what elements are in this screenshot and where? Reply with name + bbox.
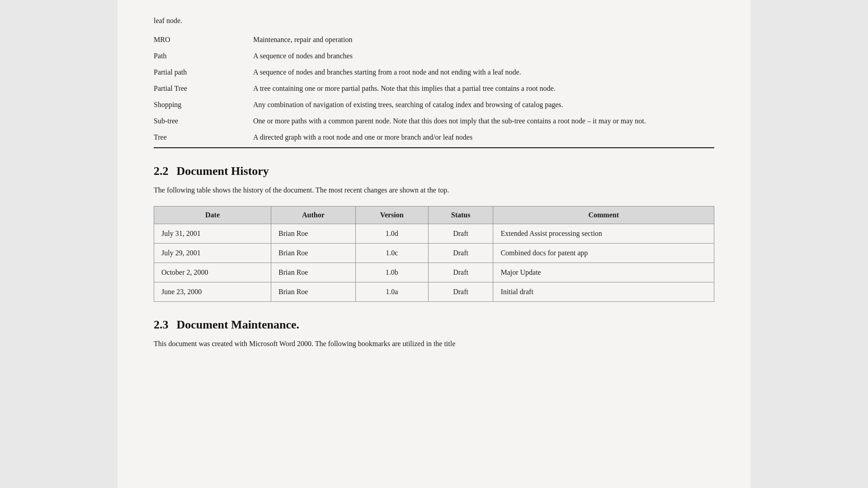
history-author: Brian Roe [271, 224, 356, 243]
section-22-title: Document History [177, 164, 269, 178]
history-date: October 2, 2000 [154, 263, 271, 282]
history-comment: Extended Assist processing section [493, 224, 714, 243]
history-table: DateAuthorVersionStatusComment July 31, … [154, 206, 714, 302]
history-table-row: June 23, 2000Brian Roe1.0aDraftInitial d… [154, 282, 714, 301]
section-23-title: Document Maintenance. [177, 318, 300, 331]
page: leaf node. MROMaintenance, repair and op… [118, 0, 750, 488]
glossary-table: MROMaintenance, repair and operationPath… [154, 32, 714, 148]
history-comment: Initial draft [493, 282, 714, 301]
glossary-definition: Any combination of navigation of existin… [253, 97, 714, 113]
history-version: 1.0c [355, 243, 428, 263]
history-author: Brian Roe [271, 243, 356, 263]
history-author: Brian Roe [271, 263, 356, 282]
history-status: Draft [428, 224, 493, 243]
history-table-column-header: Comment [493, 206, 714, 224]
section-23-body: This document was created with Microsoft… [154, 338, 714, 350]
glossary-row: PathA sequence of nodes and branches [154, 48, 714, 64]
glossary-term: Partial Tree [154, 80, 253, 97]
history-table-row: July 31, 2001Brian Roe1.0dDraftExtended … [154, 224, 714, 243]
history-table-header: DateAuthorVersionStatusComment [154, 206, 714, 224]
history-table-column-header: Date [154, 206, 271, 224]
history-date: June 23, 2000 [154, 282, 271, 301]
history-table-column-header: Author [271, 206, 356, 224]
section-22-heading: 2.2Document History [154, 164, 714, 178]
glossary-row: Sub-treeOne or more paths with a common … [154, 113, 714, 129]
glossary-definition: A sequence of nodes and branches startin… [253, 64, 714, 80]
history-status: Draft [428, 263, 493, 282]
glossary-term: Partial path [154, 64, 253, 80]
history-comment: Major Update [493, 263, 714, 282]
section-23-heading: 2.3Document Maintenance. [154, 318, 714, 332]
history-version: 1.0d [355, 224, 428, 243]
glossary-row: TreeA directed graph with a root node an… [154, 129, 714, 148]
glossary-term: Path [154, 48, 253, 64]
glossary-term: Shopping [154, 97, 253, 113]
history-comment: Combined docs for patent app [493, 243, 714, 263]
history-date: July 31, 2001 [154, 224, 271, 243]
top-continuation: leaf node. [154, 14, 714, 28]
section-22-number: 2.2 [154, 164, 169, 178]
glossary-term: Sub-tree [154, 113, 253, 129]
glossary-definition: A directed graph with a root node and on… [253, 129, 714, 148]
history-table-row: October 2, 2000Brian Roe1.0bDraftMajor U… [154, 263, 714, 282]
history-date: July 29, 2001 [154, 243, 271, 263]
glossary-row: ShoppingAny combination of navigation of… [154, 97, 714, 113]
history-status: Draft [428, 243, 493, 263]
history-author: Brian Roe [271, 282, 356, 301]
leaf-node-text: leaf node. [154, 14, 714, 28]
glossary-definition: Maintenance, repair and operation [253, 32, 714, 48]
glossary-term: MRO [154, 32, 253, 48]
history-table-column-header: Version [355, 206, 428, 224]
glossary-row: MROMaintenance, repair and operation [154, 32, 714, 48]
history-table-row: July 29, 2001Brian Roe1.0cDraftCombined … [154, 243, 714, 263]
history-status: Draft [428, 282, 493, 301]
history-table-column-header: Status [428, 206, 493, 224]
glossary-definition: A sequence of nodes and branches [253, 48, 714, 64]
glossary-row: Partial pathA sequence of nodes and bran… [154, 64, 714, 80]
section-23-number: 2.3 [154, 318, 169, 331]
glossary-term: Tree [154, 129, 253, 148]
history-version: 1.0b [355, 263, 428, 282]
glossary-definition: A tree containing one or more partial pa… [253, 80, 714, 97]
glossary-definition: One or more paths with a common parent n… [253, 113, 714, 129]
section-22-intro: The following table shows the history of… [154, 184, 714, 196]
history-version: 1.0a [355, 282, 428, 301]
glossary-row: Partial TreeA tree containing one or mor… [154, 80, 714, 97]
